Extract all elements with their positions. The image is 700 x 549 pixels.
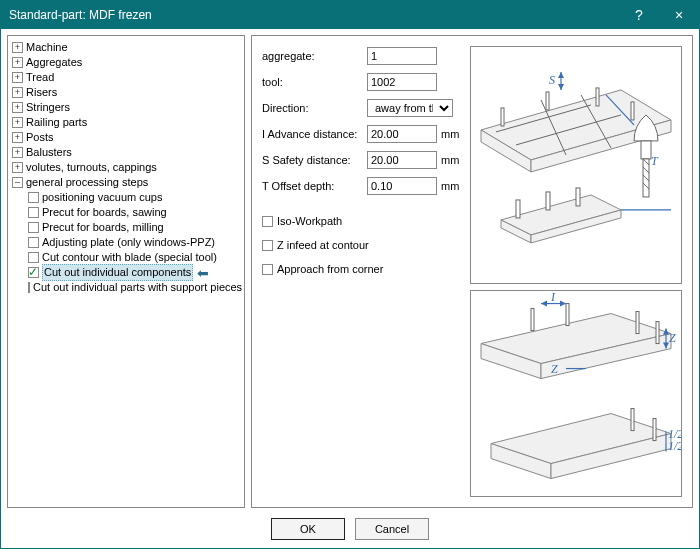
svg-rect-20 (516, 200, 520, 218)
checkbox-icon[interactable] (28, 207, 39, 218)
tree-item-cut-individual-components[interactable]: Cut out individual components⬅ (26, 265, 242, 280)
tree-item-aggregates[interactable]: +Aggregates (10, 55, 242, 70)
svg-rect-31 (566, 303, 569, 325)
plus-icon[interactable]: + (12, 132, 23, 143)
tree-item-railing[interactable]: +Railing parts (10, 115, 242, 130)
unit-mm: mm (441, 128, 459, 140)
tree-item-stringers[interactable]: +Stringers (10, 100, 242, 115)
plus-icon[interactable]: + (12, 147, 23, 158)
iso-workpath-check[interactable]: Iso-Workpath (262, 212, 462, 230)
offset-input[interactable] (367, 177, 437, 195)
approach-corner-check[interactable]: Approach from corner (262, 260, 462, 278)
aggregate-input[interactable] (367, 47, 437, 65)
svg-marker-35 (541, 300, 547, 306)
svg-rect-33 (656, 321, 659, 343)
dim-label-z2: Z (551, 361, 558, 375)
iso-workpath-label: Iso-Workpath (277, 215, 342, 227)
svg-marker-36 (560, 300, 566, 306)
offset-label: T Offset depth: (262, 180, 367, 192)
svg-marker-13 (558, 72, 564, 78)
tree-item-posts[interactable]: +Posts (10, 130, 242, 145)
safety-input[interactable] (367, 151, 437, 169)
close-button[interactable]: × (659, 1, 699, 29)
z-infeed-label: Z infeed at contour (277, 239, 369, 251)
dim-label-z1: Z (669, 330, 676, 344)
tree-item-risers[interactable]: +Risers (10, 85, 242, 100)
plus-icon[interactable]: + (12, 117, 23, 128)
svg-rect-9 (596, 88, 599, 106)
svg-rect-22 (576, 188, 580, 206)
checkbox-checked-icon[interactable] (28, 267, 39, 278)
dim-label-s: S (549, 73, 555, 87)
tree-item-adjusting-plate[interactable]: Adjusting plate (only windows-PPZ) (26, 235, 242, 250)
diagram-column: S T (470, 46, 682, 497)
svg-rect-10 (631, 102, 634, 120)
dialog-window: Standard-part: MDF frezen ? × +Machine +… (0, 0, 700, 549)
svg-rect-7 (501, 108, 504, 126)
arrow-left-icon: ⬅ (197, 268, 209, 278)
plus-icon[interactable]: + (12, 87, 23, 98)
svg-rect-44 (631, 408, 634, 430)
plus-icon[interactable]: + (12, 57, 23, 68)
diagram-bottom: I Z Z (470, 290, 682, 497)
direction-select[interactable]: away from the w (367, 99, 453, 117)
tree-item-precut-sawing[interactable]: Precut for boards, sawing (26, 205, 242, 220)
checkbox-icon[interactable] (28, 237, 39, 248)
checkbox-icon[interactable] (262, 216, 273, 227)
tree-item-machine[interactable]: +Machine (10, 40, 242, 55)
dim-label-t: T (651, 154, 659, 168)
window-title: Standard-part: MDF frezen (9, 8, 619, 22)
title-bar: Standard-part: MDF frezen ? × (1, 1, 699, 29)
unit-mm: mm (441, 180, 459, 192)
dim-label-half-2: 1/2 (668, 438, 681, 452)
minus-icon[interactable]: – (12, 177, 23, 188)
checkbox-icon[interactable] (262, 264, 273, 275)
aggregate-label: aggregate: (262, 50, 367, 62)
tree-item-cut-contour-blade[interactable]: Cut contour with blade (special tool) (26, 250, 242, 265)
plus-icon[interactable]: + (12, 102, 23, 113)
tree-item-precut-milling[interactable]: Precut for boards, milling (26, 220, 242, 235)
plus-icon[interactable]: + (12, 72, 23, 83)
tree-item-balusters[interactable]: +Balusters (10, 145, 242, 160)
checkbox-icon[interactable] (28, 222, 39, 233)
tree-item-general-steps[interactable]: –general processing steps (10, 175, 242, 190)
direction-label: Direction: (262, 102, 367, 114)
svg-rect-24 (641, 141, 651, 159)
checkbox-icon[interactable] (28, 282, 30, 293)
tree-item-vacuum-cups[interactable]: positioning vacuum cups (26, 190, 242, 205)
button-bar: OK Cancel (1, 514, 699, 548)
ok-button[interactable]: OK (271, 518, 345, 540)
plus-icon[interactable]: + (12, 162, 23, 173)
tree-item-volutes[interactable]: +volutes, turnouts, cappings (10, 160, 242, 175)
tree-item-cut-support-pieces[interactable]: Cut out individual parts with support pi… (26, 280, 242, 295)
advance-label: I Advance distance: (262, 128, 367, 140)
checkbox-icon[interactable] (28, 252, 39, 263)
unit-mm: mm (441, 154, 459, 166)
tool-input[interactable] (367, 73, 437, 91)
svg-rect-32 (636, 311, 639, 333)
dim-label-i: I (550, 291, 556, 304)
z-infeed-check[interactable]: Z infeed at contour (262, 236, 462, 254)
diagram-top: S T (470, 46, 682, 284)
svg-rect-45 (653, 418, 656, 440)
tool-label: tool: (262, 76, 367, 88)
content-area: +Machine +Aggregates +Tread +Risers +Str… (1, 29, 699, 514)
cancel-button[interactable]: Cancel (355, 518, 429, 540)
safety-label: S Safety distance: (262, 154, 367, 166)
properties-pane: aggregate: tool: Direction: away from th… (251, 35, 693, 508)
form-column: aggregate: tool: Direction: away from th… (262, 46, 462, 497)
tree-item-tread[interactable]: +Tread (10, 70, 242, 85)
svg-rect-30 (531, 308, 534, 330)
help-button[interactable]: ? (619, 1, 659, 29)
svg-marker-12 (558, 84, 564, 90)
svg-rect-21 (546, 192, 550, 210)
svg-rect-8 (546, 92, 549, 110)
tree-pane[interactable]: +Machine +Aggregates +Tread +Risers +Str… (7, 35, 245, 508)
approach-corner-label: Approach from corner (277, 263, 383, 275)
advance-input[interactable] (367, 125, 437, 143)
checkbox-icon[interactable] (28, 192, 39, 203)
checkbox-icon[interactable] (262, 240, 273, 251)
plus-icon[interactable]: + (12, 42, 23, 53)
